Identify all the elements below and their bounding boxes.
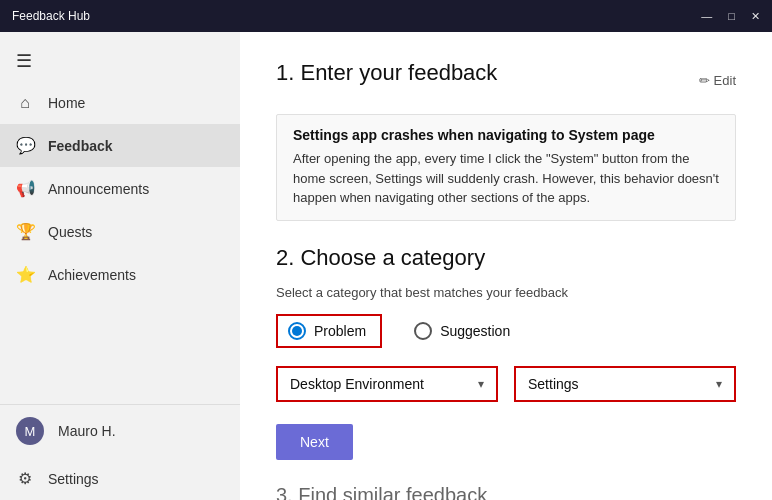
dropdown-category-value: Desktop Environment (290, 376, 424, 392)
feedback-icon: 💬 (16, 136, 34, 155)
maximize-button[interactable]: □ (728, 10, 735, 23)
radio-circle-suggestion (414, 322, 432, 340)
step3-heading: 3. Find similar feedback (276, 484, 736, 501)
radio-circle-problem (288, 322, 306, 340)
titlebar: Feedback Hub — □ ✕ (0, 0, 772, 32)
sidebar-label-quests: Quests (48, 224, 92, 240)
edit-label: Edit (714, 73, 736, 88)
step1-header-row: 1. Enter your feedback ✏ Edit (276, 60, 736, 100)
settings-icon: ⚙ (16, 469, 34, 488)
sidebar-bottom: M Mauro H. ⚙ Settings (0, 404, 240, 500)
radio-label-problem: Problem (314, 323, 366, 339)
achievements-icon: ⭐ (16, 265, 34, 284)
sidebar: ☰ ⌂ Home 💬 Feedback 📢 Announcements 🏆 Qu… (0, 32, 240, 500)
minimize-button[interactable]: — (701, 10, 712, 23)
dropdown-row: Desktop Environment ▾ Settings ▾ (276, 366, 736, 402)
radio-suggestion[interactable]: Suggestion (402, 314, 526, 348)
edit-link[interactable]: ✏ Edit (699, 73, 736, 88)
hamburger-menu[interactable]: ☰ (0, 40, 240, 82)
home-icon: ⌂ (16, 94, 34, 112)
next-button[interactable]: Next (276, 424, 353, 460)
radio-label-suggestion: Suggestion (440, 323, 510, 339)
sidebar-label-home: Home (48, 95, 85, 111)
sidebar-label-announcements: Announcements (48, 181, 149, 197)
sidebar-item-home[interactable]: ⌂ Home (0, 82, 240, 124)
feedback-summary-body: After opening the app, every time I clic… (293, 149, 719, 208)
avatar: M (16, 417, 44, 445)
dropdown-subcategory-value: Settings (528, 376, 579, 392)
sidebar-label-feedback: Feedback (48, 138, 113, 154)
step1-heading: 1. Enter your feedback (276, 60, 497, 86)
sidebar-item-announcements[interactable]: 📢 Announcements (0, 167, 240, 210)
radio-inner-problem (292, 326, 302, 336)
settings-label: Settings (48, 471, 99, 487)
username-label: Mauro H. (58, 423, 116, 439)
sidebar-item-quests[interactable]: 🏆 Quests (0, 210, 240, 253)
titlebar-controls[interactable]: — □ ✕ (701, 10, 760, 23)
titlebar-title: Feedback Hub (12, 9, 701, 23)
dropdown-category[interactable]: Desktop Environment ▾ (276, 366, 498, 402)
close-button[interactable]: ✕ (751, 10, 760, 23)
announcements-icon: 📢 (16, 179, 34, 198)
feedback-summary-box: Settings app crashes when navigating to … (276, 114, 736, 221)
edit-icon: ✏ (699, 73, 710, 88)
sidebar-item-user[interactable]: M Mauro H. (0, 405, 240, 457)
step2-subtitle: Select a category that best matches your… (276, 285, 736, 300)
sidebar-item-settings[interactable]: ⚙ Settings (0, 457, 240, 500)
dropdown-subcategory[interactable]: Settings ▾ (514, 366, 736, 402)
content-inner: 1. Enter your feedback ✏ Edit Settings a… (276, 60, 736, 500)
feedback-summary-title: Settings app crashes when navigating to … (293, 127, 719, 143)
radio-group: Problem Suggestion (276, 314, 736, 348)
step2-heading: 2. Choose a category (276, 245, 736, 271)
dropdown-subcategory-arrow: ▾ (716, 377, 722, 391)
main-content: 1. Enter your feedback ✏ Edit Settings a… (240, 32, 772, 500)
app-body: ☰ ⌂ Home 💬 Feedback 📢 Announcements 🏆 Qu… (0, 32, 772, 500)
quests-icon: 🏆 (16, 222, 34, 241)
sidebar-item-feedback[interactable]: 💬 Feedback (0, 124, 240, 167)
radio-problem[interactable]: Problem (276, 314, 382, 348)
dropdown-category-arrow: ▾ (478, 377, 484, 391)
sidebar-label-achievements: Achievements (48, 267, 136, 283)
sidebar-item-achievements[interactable]: ⭐ Achievements (0, 253, 240, 296)
